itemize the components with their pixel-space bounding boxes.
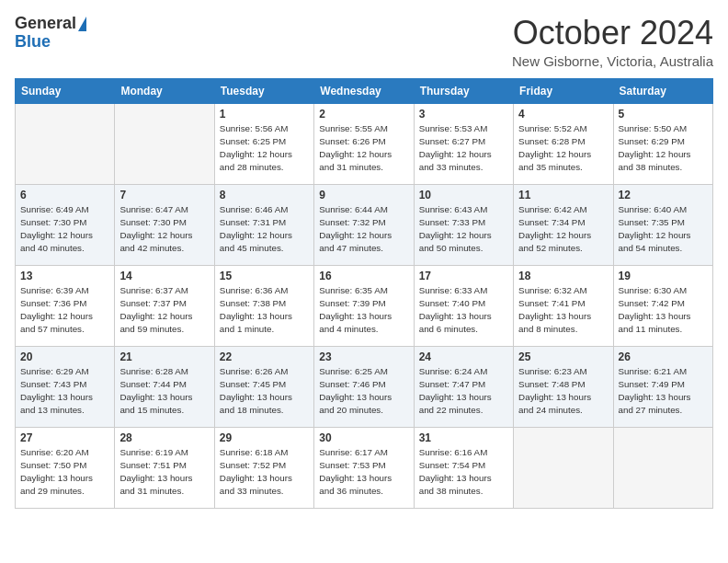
- day-info: Sunrise: 5:52 AM Sunset: 6:28 PM Dayligh…: [518, 122, 608, 175]
- day-info: Sunrise: 6:23 AM Sunset: 7:48 PM Dayligh…: [518, 365, 608, 418]
- day-number: 9: [319, 189, 408, 201]
- calendar-header-friday: Friday: [514, 78, 613, 103]
- day-number: 28: [119, 431, 209, 444]
- day-info: Sunrise: 6:26 AM Sunset: 7:45 PM Dayligh…: [220, 365, 309, 418]
- day-number: 4: [518, 108, 608, 121]
- day-number: 6: [20, 189, 109, 201]
- logo-general-text: General: [15, 15, 76, 33]
- day-number: 11: [518, 189, 608, 201]
- day-number: 27: [20, 431, 109, 444]
- day-number: 31: [419, 431, 508, 444]
- calendar-cell: 4Sunrise: 5:52 AM Sunset: 6:28 PM Daylig…: [514, 103, 613, 184]
- calendar-cell: 19Sunrise: 6:30 AM Sunset: 7:42 PM Dayli…: [613, 265, 712, 346]
- calendar-cell: 26Sunrise: 6:21 AM Sunset: 7:49 PM Dayli…: [613, 346, 712, 427]
- day-number: 30: [319, 431, 408, 444]
- day-info: Sunrise: 6:43 AM Sunset: 7:33 PM Dayligh…: [419, 203, 508, 256]
- calendar-cell: 30Sunrise: 6:17 AM Sunset: 7:53 PM Dayli…: [314, 427, 414, 508]
- calendar-cell: 12Sunrise: 6:40 AM Sunset: 7:35 PM Dayli…: [613, 184, 712, 265]
- day-info: Sunrise: 6:20 AM Sunset: 7:50 PM Dayligh…: [20, 446, 109, 499]
- day-number: 29: [220, 431, 309, 444]
- calendar-header-sunday: Sunday: [16, 78, 115, 103]
- day-info: Sunrise: 6:18 AM Sunset: 7:52 PM Dayligh…: [220, 446, 309, 499]
- day-info: Sunrise: 6:17 AM Sunset: 7:53 PM Dayligh…: [319, 446, 408, 499]
- calendar-week-row: 13Sunrise: 6:39 AM Sunset: 7:36 PM Dayli…: [16, 265, 713, 346]
- calendar-cell: 14Sunrise: 6:37 AM Sunset: 7:37 PM Dayli…: [115, 265, 214, 346]
- day-info: Sunrise: 6:21 AM Sunset: 7:49 PM Dayligh…: [619, 365, 708, 418]
- day-info: Sunrise: 6:36 AM Sunset: 7:38 PM Dayligh…: [220, 284, 309, 337]
- day-number: 14: [119, 270, 209, 282]
- calendar-cell: 10Sunrise: 6:43 AM Sunset: 7:33 PM Dayli…: [414, 184, 513, 265]
- day-number: 13: [20, 270, 109, 282]
- day-info: Sunrise: 6:30 AM Sunset: 7:42 PM Dayligh…: [619, 284, 708, 337]
- calendar-cell: 21Sunrise: 6:28 AM Sunset: 7:44 PM Dayli…: [115, 346, 214, 427]
- day-number: 25: [518, 350, 608, 363]
- day-number: 1: [220, 108, 309, 121]
- calendar-cell: 13Sunrise: 6:39 AM Sunset: 7:36 PM Dayli…: [16, 265, 115, 346]
- calendar-cell: [16, 103, 115, 184]
- day-info: Sunrise: 6:37 AM Sunset: 7:37 PM Dayligh…: [119, 284, 209, 337]
- header: General Blue October 2024 New Gisborne, …: [15, 15, 713, 69]
- day-info: Sunrise: 6:40 AM Sunset: 7:35 PM Dayligh…: [619, 203, 708, 256]
- day-number: 3: [419, 108, 508, 121]
- calendar-week-row: 27Sunrise: 6:20 AM Sunset: 7:50 PM Dayli…: [16, 427, 713, 508]
- calendar-cell: 25Sunrise: 6:23 AM Sunset: 7:48 PM Dayli…: [514, 346, 613, 427]
- month-title: October 2024: [512, 15, 713, 52]
- day-info: Sunrise: 5:53 AM Sunset: 6:27 PM Dayligh…: [419, 122, 508, 175]
- calendar-cell: 7Sunrise: 6:47 AM Sunset: 7:30 PM Daylig…: [115, 184, 214, 265]
- calendar-cell: 17Sunrise: 6:33 AM Sunset: 7:40 PM Dayli…: [414, 265, 513, 346]
- calendar-cell: 24Sunrise: 6:24 AM Sunset: 7:47 PM Dayli…: [414, 346, 513, 427]
- day-number: 7: [119, 189, 209, 201]
- calendar-cell: 9Sunrise: 6:44 AM Sunset: 7:32 PM Daylig…: [314, 184, 414, 265]
- logo-triangle-icon: [78, 17, 86, 31]
- day-number: 17: [419, 270, 508, 282]
- day-number: 16: [319, 270, 408, 282]
- calendar-header-monday: Monday: [115, 78, 214, 103]
- calendar-cell: 8Sunrise: 6:46 AM Sunset: 7:31 PM Daylig…: [214, 184, 313, 265]
- calendar-cell: 29Sunrise: 6:18 AM Sunset: 7:52 PM Dayli…: [214, 427, 313, 508]
- calendar-cell: 31Sunrise: 6:16 AM Sunset: 7:54 PM Dayli…: [414, 427, 513, 508]
- location-title: New Gisborne, Victoria, Australia: [512, 53, 713, 69]
- day-info: Sunrise: 6:35 AM Sunset: 7:39 PM Dayligh…: [319, 284, 408, 337]
- calendar-header-thursday: Thursday: [414, 78, 513, 103]
- day-info: Sunrise: 5:55 AM Sunset: 6:26 PM Dayligh…: [319, 122, 408, 175]
- day-info: Sunrise: 6:24 AM Sunset: 7:47 PM Dayligh…: [419, 365, 508, 418]
- day-info: Sunrise: 5:50 AM Sunset: 6:29 PM Dayligh…: [619, 122, 708, 175]
- day-number: 8: [220, 189, 309, 201]
- calendar-cell: 6Sunrise: 6:49 AM Sunset: 7:30 PM Daylig…: [16, 184, 115, 265]
- calendar-cell: 27Sunrise: 6:20 AM Sunset: 7:50 PM Dayli…: [16, 427, 115, 508]
- calendar-header-wednesday: Wednesday: [314, 78, 414, 103]
- day-info: Sunrise: 6:47 AM Sunset: 7:30 PM Dayligh…: [119, 203, 209, 256]
- calendar-cell: 15Sunrise: 6:36 AM Sunset: 7:38 PM Dayli…: [214, 265, 313, 346]
- day-number: 22: [220, 350, 309, 363]
- calendar-cell: 23Sunrise: 6:25 AM Sunset: 7:46 PM Dayli…: [314, 346, 414, 427]
- day-number: 10: [419, 189, 508, 201]
- day-number: 2: [319, 108, 408, 121]
- calendar-week-row: 6Sunrise: 6:49 AM Sunset: 7:30 PM Daylig…: [16, 184, 713, 265]
- day-info: Sunrise: 5:56 AM Sunset: 6:25 PM Dayligh…: [220, 122, 309, 175]
- logo-blue-text: Blue: [15, 33, 51, 52]
- day-info: Sunrise: 6:44 AM Sunset: 7:32 PM Dayligh…: [319, 203, 408, 256]
- calendar-table: SundayMondayTuesdayWednesdayThursdayFrid…: [15, 78, 713, 509]
- logo: General Blue: [15, 15, 86, 52]
- day-number: 12: [619, 189, 708, 201]
- day-info: Sunrise: 6:29 AM Sunset: 7:43 PM Dayligh…: [20, 365, 109, 418]
- calendar-cell: 16Sunrise: 6:35 AM Sunset: 7:39 PM Dayli…: [314, 265, 414, 346]
- calendar-cell: 18Sunrise: 6:32 AM Sunset: 7:41 PM Dayli…: [514, 265, 613, 346]
- calendar-cell: 22Sunrise: 6:26 AM Sunset: 7:45 PM Dayli…: [214, 346, 313, 427]
- calendar-week-row: 20Sunrise: 6:29 AM Sunset: 7:43 PM Dayli…: [16, 346, 713, 427]
- day-info: Sunrise: 6:28 AM Sunset: 7:44 PM Dayligh…: [119, 365, 209, 418]
- day-info: Sunrise: 6:49 AM Sunset: 7:30 PM Dayligh…: [20, 203, 109, 256]
- calendar-cell: 1Sunrise: 5:56 AM Sunset: 6:25 PM Daylig…: [214, 103, 313, 184]
- day-number: 23: [319, 350, 408, 363]
- day-info: Sunrise: 6:16 AM Sunset: 7:54 PM Dayligh…: [419, 446, 508, 499]
- calendar-cell: 28Sunrise: 6:19 AM Sunset: 7:51 PM Dayli…: [115, 427, 214, 508]
- title-block: October 2024 New Gisborne, Victoria, Aus…: [512, 15, 713, 69]
- calendar-week-row: 1Sunrise: 5:56 AM Sunset: 6:25 PM Daylig…: [16, 103, 713, 184]
- day-number: 5: [619, 108, 708, 121]
- day-number: 15: [220, 270, 309, 282]
- calendar-cell: 2Sunrise: 5:55 AM Sunset: 6:26 PM Daylig…: [314, 103, 414, 184]
- day-info: Sunrise: 6:46 AM Sunset: 7:31 PM Dayligh…: [220, 203, 309, 256]
- day-number: 19: [619, 270, 708, 282]
- day-number: 26: [619, 350, 708, 363]
- calendar-cell: [514, 427, 613, 508]
